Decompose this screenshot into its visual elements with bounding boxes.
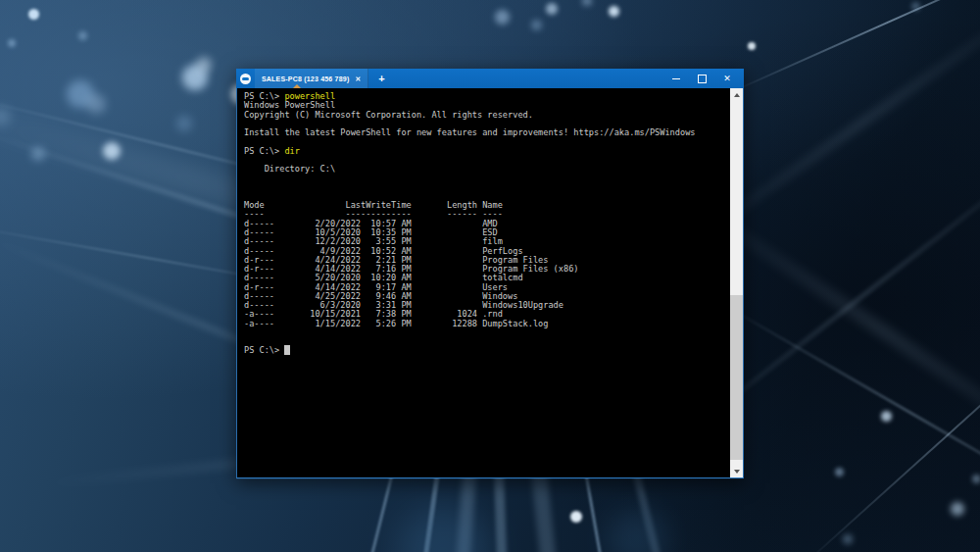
bokeh-light xyxy=(531,20,542,30)
bokeh-light xyxy=(582,0,592,6)
window-controls: ✕ xyxy=(663,69,740,88)
remote-session-window: SALES-PC8 (123 456 789) ✕ + ✕ PS C:\> po… xyxy=(236,69,744,479)
bokeh-light xyxy=(176,116,192,131)
scroll-down-button[interactable] xyxy=(730,465,743,477)
close-button[interactable]: ✕ xyxy=(714,69,740,88)
tab-close-icon[interactable]: ✕ xyxy=(355,75,361,82)
session-tab-label: SALES-PC8 (123 456 789) xyxy=(262,75,349,82)
bokeh-light xyxy=(546,3,558,15)
bokeh-light xyxy=(881,411,892,422)
powershell-terminal[interactable]: PS C:\> powershell Windows PowerShell Co… xyxy=(236,88,744,478)
bokeh-light xyxy=(843,534,853,544)
bokeh-light xyxy=(495,10,510,25)
minimize-button[interactable] xyxy=(663,69,689,88)
bokeh-light xyxy=(103,142,121,160)
terminal-output: PS C:\> powershell Windows PowerShell Co… xyxy=(237,88,743,356)
bokeh-light xyxy=(608,510,666,552)
bokeh-light xyxy=(8,39,16,47)
bokeh-light xyxy=(28,9,39,20)
terminal-scrollbar[interactable] xyxy=(730,88,743,477)
bokeh-light xyxy=(78,31,87,40)
scroll-up-button[interactable] xyxy=(730,88,743,101)
bokeh-light xyxy=(196,57,212,73)
terminal-cursor xyxy=(284,345,289,355)
light-streak xyxy=(715,299,980,527)
bokeh-light xyxy=(911,2,920,11)
scroll-up-icon xyxy=(734,93,740,97)
session-tab[interactable]: SALES-PC8 (123 456 789) ✕ xyxy=(255,69,368,88)
titlebar: SALES-PC8 (123 456 789) ✕ + ✕ xyxy=(236,69,744,88)
new-tab-button[interactable]: + xyxy=(378,74,384,84)
maximize-button[interactable] xyxy=(689,69,714,88)
bokeh-light xyxy=(397,505,490,552)
bokeh-light xyxy=(31,147,45,161)
bokeh-light xyxy=(748,42,756,50)
light-streak xyxy=(730,0,980,93)
bokeh-light xyxy=(972,475,980,483)
bokeh-light xyxy=(951,502,964,516)
bokeh-light xyxy=(86,94,106,114)
teamviewer-logo-icon xyxy=(240,74,251,84)
bokeh-light xyxy=(570,511,582,523)
scroll-down-icon xyxy=(734,470,740,474)
bokeh-light xyxy=(609,6,619,17)
scrollbar-track[interactable] xyxy=(730,101,743,465)
bokeh-light xyxy=(835,468,844,477)
scrollbar-thumb[interactable] xyxy=(730,295,743,460)
